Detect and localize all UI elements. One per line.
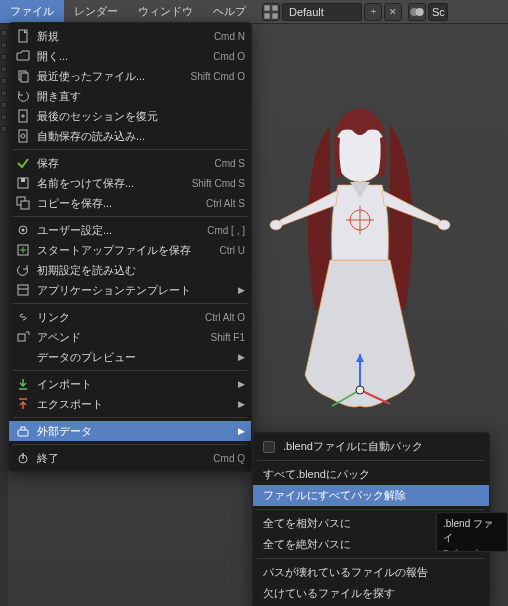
submenu-arrow-icon: ▶ bbox=[238, 379, 245, 389]
menu-label: アペンド bbox=[37, 330, 201, 345]
menu-separator bbox=[257, 509, 485, 510]
svg-point-1 bbox=[438, 220, 450, 230]
menu-label: 自動保存の読み込み... bbox=[37, 129, 245, 144]
menu-label: 最後のセッションを復元 bbox=[37, 109, 245, 124]
recent-files-icon bbox=[15, 68, 31, 84]
menu-label: .blendファイルに自動パック bbox=[283, 439, 479, 454]
menu-item-new[interactable]: 新規 Cmd N bbox=[9, 26, 251, 46]
submenu-arrow-icon: ▶ bbox=[238, 285, 245, 295]
svg-point-8 bbox=[350, 210, 370, 230]
menu-shortcut: Shift Cmd O bbox=[191, 71, 245, 82]
menu-help[interactable]: ヘルプ bbox=[203, 0, 256, 23]
submenu-auto-pack[interactable]: .blendファイルに自動パック bbox=[253, 436, 489, 457]
recover-session-icon bbox=[15, 108, 31, 124]
submenu-arrow-icon: ▶ bbox=[238, 399, 245, 409]
export-icon bbox=[15, 396, 31, 412]
menu-item-quit[interactable]: 終了 Cmd Q bbox=[9, 448, 251, 468]
save-copy-icon bbox=[15, 195, 31, 211]
menu-item-data-preview[interactable]: データのプレビュー ▶ bbox=[9, 347, 251, 367]
menu-shortcut: Cmd S bbox=[214, 158, 245, 169]
menu-separator bbox=[13, 303, 247, 304]
menu-item-user-prefs[interactable]: ユーザー設定... Cmd [ , ] bbox=[9, 220, 251, 240]
menu-item-revert[interactable]: 開き直す bbox=[9, 86, 251, 106]
menu-item-save-copy[interactable]: コピーを保存... Ctrl Alt S bbox=[9, 193, 251, 213]
link-icon bbox=[15, 309, 31, 325]
menu-separator bbox=[257, 460, 485, 461]
menu-item-link[interactable]: リンク Ctrl Alt O bbox=[9, 307, 251, 327]
revert-icon bbox=[15, 88, 31, 104]
scene-name-field[interactable]: Sc bbox=[428, 3, 448, 21]
submenu-report-missing[interactable]: パスが壊れているファイルの報告 bbox=[253, 562, 489, 583]
menu-item-import[interactable]: インポート ▶ bbox=[9, 374, 251, 394]
external-data-icon bbox=[15, 423, 31, 439]
menu-item-open[interactable]: 開く... Cmd O bbox=[9, 46, 251, 66]
layout-browse-button[interactable] bbox=[262, 3, 280, 21]
append-icon bbox=[15, 329, 31, 345]
menu-label: すべて.blendにパック bbox=[263, 467, 479, 482]
menu-shortcut: Ctrl Alt S bbox=[206, 198, 245, 209]
menu-separator bbox=[257, 558, 485, 559]
menu-item-app-templates[interactable]: アプリケーションテンプレート ▶ bbox=[9, 280, 251, 300]
svg-point-16 bbox=[416, 8, 424, 16]
menu-label: 開く... bbox=[37, 49, 203, 64]
menu-label: データのプレビュー bbox=[37, 350, 232, 365]
menu-item-external-data[interactable]: 外部データ ▶ bbox=[9, 421, 251, 441]
svg-rect-11 bbox=[264, 5, 269, 10]
submenu-arrow-icon: ▶ bbox=[238, 352, 245, 362]
menu-label: 欠けているファイルを探す bbox=[263, 586, 479, 601]
menu-item-append[interactable]: アペンド Shift F1 bbox=[9, 327, 251, 347]
template-icon bbox=[15, 282, 31, 298]
svg-rect-12 bbox=[272, 5, 277, 10]
svg-marker-4 bbox=[356, 354, 364, 362]
checkbox-icon bbox=[263, 441, 275, 453]
menu-label: 最近使ったファイル... bbox=[37, 69, 181, 84]
scene-browse-button[interactable] bbox=[408, 3, 426, 21]
menu-item-save[interactable]: 保存 Cmd S bbox=[9, 153, 251, 173]
menu-label: 保存 bbox=[37, 156, 204, 171]
menu-item-load-factory[interactable]: 初期設定を読み込む bbox=[9, 260, 251, 280]
layout-delete-button[interactable]: ✕ bbox=[384, 3, 402, 21]
menu-shortcut: Cmd O bbox=[213, 51, 245, 62]
menu-item-recover-auto[interactable]: 自動保存の読み込み... bbox=[9, 126, 251, 146]
menu-item-export[interactable]: エクスポート ▶ bbox=[9, 394, 251, 414]
svg-rect-33 bbox=[18, 430, 28, 436]
svg-rect-14 bbox=[272, 13, 277, 18]
menu-item-recent[interactable]: 最近使ったファイル... Shift Cmd O bbox=[9, 66, 251, 86]
check-icon bbox=[15, 155, 31, 171]
preferences-icon bbox=[15, 222, 31, 238]
menu-label: スタートアップファイルを保存 bbox=[37, 243, 209, 258]
submenu-unpack-all[interactable]: ファイルにすべてパック解除 bbox=[253, 485, 489, 506]
svg-rect-26 bbox=[21, 201, 29, 209]
new-file-icon bbox=[15, 28, 31, 44]
factory-settings-icon bbox=[15, 262, 31, 278]
svg-rect-32 bbox=[18, 334, 25, 341]
menu-separator bbox=[13, 216, 247, 217]
menu-render[interactable]: レンダー bbox=[64, 0, 128, 23]
menu-item-recover-last[interactable]: 最後のセッションを復元 bbox=[9, 106, 251, 126]
menu-separator bbox=[13, 149, 247, 150]
menu-item-save-as[interactable]: 名前をつけて保存... Shift Cmd S bbox=[9, 173, 251, 193]
submenu-pack-all[interactable]: すべて.blendにパック bbox=[253, 464, 489, 485]
menu-label: 名前をつけて保存... bbox=[37, 176, 182, 191]
menu-item-save-startup[interactable]: スタートアップファイルを保存 Ctrl U bbox=[9, 240, 251, 260]
menu-shortcut: Shift Cmd S bbox=[192, 178, 245, 189]
svg-line-5 bbox=[360, 390, 390, 404]
svg-rect-21 bbox=[19, 130, 27, 142]
menu-file[interactable]: ファイル bbox=[0, 0, 64, 23]
folder-open-icon bbox=[15, 48, 31, 64]
menu-label: 外部データ bbox=[37, 424, 232, 439]
layout-name-field[interactable]: Default bbox=[282, 3, 362, 21]
menu-shortcut: Shift F1 bbox=[211, 332, 245, 343]
layout-add-button[interactable]: ＋ bbox=[364, 3, 382, 21]
left-tool-shelf bbox=[0, 24, 8, 606]
menu-label: 初期設定を読み込む bbox=[37, 263, 245, 278]
menu-window[interactable]: ウィンドウ bbox=[128, 0, 203, 23]
svg-point-0 bbox=[270, 220, 282, 230]
save-startup-icon bbox=[15, 242, 31, 258]
menu-label: 新規 bbox=[37, 29, 204, 44]
menubar: ファイル レンダー ウィンドウ ヘルプ bbox=[0, 0, 256, 23]
submenu-find-missing[interactable]: 欠けているファイルを探す bbox=[253, 583, 489, 604]
menu-label: アプリケーションテンプレート bbox=[37, 283, 232, 298]
menu-label: ユーザー設定... bbox=[37, 223, 197, 238]
svg-rect-30 bbox=[18, 285, 28, 295]
